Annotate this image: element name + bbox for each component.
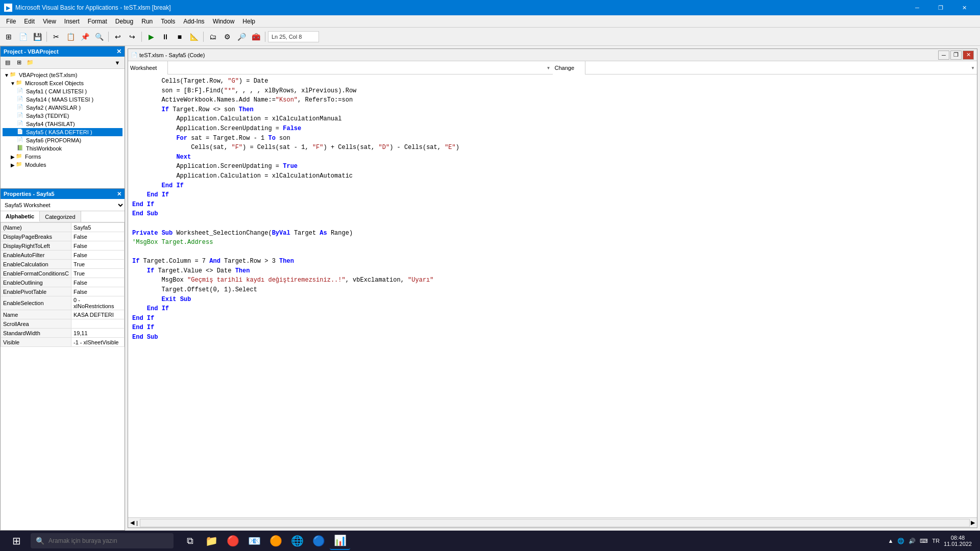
taskbar-outlook[interactable]: 📧 xyxy=(244,532,264,550)
props-row[interactable]: NameKASA DEFTERI xyxy=(1,310,125,319)
prop-value[interactable] xyxy=(71,319,125,329)
close-button[interactable]: ✕ xyxy=(952,0,976,15)
prop-value[interactable]: False xyxy=(71,251,125,260)
menu-format[interactable]: Format xyxy=(84,16,111,27)
minimize-button[interactable]: ─ xyxy=(905,0,929,15)
tree-sayfa2[interactable]: 📄 Sayfa2 ( AVANSLAR ) xyxy=(3,104,122,112)
toolbar-project-explorer[interactable]: 🗂 xyxy=(206,30,219,43)
tree-sayfa3[interactable]: 📄 Sayfa3 (TEDIYE) xyxy=(3,112,122,120)
menu-addins[interactable]: Add-Ins xyxy=(179,16,208,27)
toolbar-cut[interactable]: ✂ xyxy=(50,30,63,43)
props-row[interactable]: EnableCalculationTrue xyxy=(1,260,125,269)
toolbar-insert-module[interactable]: 📄 xyxy=(16,30,30,43)
toolbar-toolbox[interactable]: 🧰 xyxy=(249,30,262,43)
taskbar-search-box[interactable]: 🔍 xyxy=(31,533,174,548)
search-input[interactable] xyxy=(48,537,168,544)
toolbar-design-mode[interactable]: 📐 xyxy=(187,30,201,43)
prop-value[interactable]: True xyxy=(71,269,125,278)
menu-file[interactable]: File xyxy=(2,16,20,27)
taskbar-taskview[interactable]: ⧉ xyxy=(180,532,200,550)
project-panel-close[interactable]: ✕ xyxy=(116,48,121,55)
toolbar-break[interactable]: ⏸ xyxy=(159,30,172,43)
props-row[interactable]: StandardWidth19,11 xyxy=(1,329,125,338)
properties-panel-close[interactable]: ✕ xyxy=(117,191,121,197)
toolbar-undo[interactable]: ↩ xyxy=(111,30,125,43)
props-row[interactable]: DisplayRightToLeftFalse xyxy=(1,241,125,251)
code-close[interactable]: ✕ xyxy=(963,51,974,60)
menu-help[interactable]: Help xyxy=(238,16,259,27)
taskbar-excel[interactable]: 📊 xyxy=(330,532,350,550)
menu-insert[interactable]: Insert xyxy=(60,16,84,27)
project-view-object[interactable]: ⊞ xyxy=(14,58,24,68)
code-minimize[interactable]: ─ xyxy=(938,51,949,60)
props-row[interactable]: Visible-1 - xlSheetVisible xyxy=(1,338,125,347)
toolbar-copy[interactable]: 📋 xyxy=(64,30,77,43)
toolbar-properties[interactable]: ⚙ xyxy=(220,30,234,43)
prop-value[interactable]: Sayfa5 xyxy=(71,223,125,232)
prop-value[interactable]: True xyxy=(71,260,125,269)
tree-sayfa6[interactable]: 📄 Sayfa6 (PROFORMA) xyxy=(3,136,122,144)
props-row[interactable]: ScrollArea xyxy=(1,319,125,329)
prop-value[interactable]: False xyxy=(71,287,125,296)
tree-sayfa1[interactable]: 📄 Sayfa1 ( CAM LISTESI ) xyxy=(3,87,122,95)
project-scroll-down[interactable]: ▼ xyxy=(112,58,122,68)
scroll-right-arrow[interactable]: ▶ xyxy=(971,519,975,526)
props-row[interactable]: (Name)Sayfa5 xyxy=(1,223,125,232)
tab-categorized[interactable]: Categorized xyxy=(40,211,81,222)
worksheet-selector[interactable]: Worksheet xyxy=(128,61,168,74)
tree-modules[interactable]: ▶ 📁 Modules xyxy=(3,161,122,169)
menu-tools[interactable]: Tools xyxy=(157,16,179,27)
taskbar-app3[interactable]: 🟠 xyxy=(265,532,286,550)
taskbar-app4[interactable]: 🔵 xyxy=(308,532,329,550)
props-row[interactable]: EnableFormatConditionsCTrue xyxy=(1,269,125,278)
toolbar-redo[interactable]: ↪ xyxy=(126,30,139,43)
taskbar-app1[interactable]: 🔴 xyxy=(223,532,243,550)
props-row[interactable]: EnableSelection0 - xlNoRestrictions xyxy=(1,296,125,310)
menu-window[interactable]: Window xyxy=(209,16,239,27)
tree-sayfa5[interactable]: 📄 Sayfa5 ( KASA DEFTERI ) xyxy=(3,128,122,136)
time-display[interactable]: 08:48 11.01.2022 xyxy=(944,535,972,547)
toolbar-vbide[interactable]: ⊞ xyxy=(2,30,15,43)
project-view-code[interactable]: ▤ xyxy=(3,58,13,68)
tree-forms[interactable]: ▶ 📁 Forms xyxy=(3,153,122,161)
menu-edit[interactable]: Edit xyxy=(20,16,39,27)
menu-debug[interactable]: Debug xyxy=(111,16,137,27)
code-scrollbar-h[interactable] xyxy=(140,519,970,527)
toolbar-paste[interactable]: 📌 xyxy=(78,30,91,43)
props-row[interactable]: DisplayPageBreaksFalse xyxy=(1,232,125,241)
menu-run[interactable]: Run xyxy=(137,16,157,27)
prop-value[interactable]: False xyxy=(71,241,125,251)
event-selector[interactable]: Change xyxy=(553,61,585,74)
tab-alphabetic[interactable]: Alphabetic xyxy=(1,211,40,222)
taskbar-chrome[interactable]: 🌐 xyxy=(287,532,307,550)
tree-vbaproject[interactable]: ▼ 📁 VBAProject (teST.xlsm) xyxy=(3,71,122,79)
properties-object-selector[interactable]: Sayfa5 Worksheet xyxy=(1,199,125,211)
tree-sayfa4[interactable]: 📄 Sayfa4 (TAHSILAT) xyxy=(3,120,122,128)
menu-view[interactable]: View xyxy=(39,16,60,27)
prop-value[interactable]: False xyxy=(71,278,125,287)
props-row[interactable]: EnablePivotTableFalse xyxy=(1,287,125,296)
prop-value[interactable]: False xyxy=(71,232,125,241)
toolbar-object-browser[interactable]: 🔎 xyxy=(235,30,248,43)
taskbar-explorer[interactable]: 📁 xyxy=(201,532,222,550)
sys-arrow[interactable]: ▲ xyxy=(888,538,893,544)
toolbar-reset[interactable]: ■ xyxy=(173,30,186,43)
toolbar-run[interactable]: ▶ xyxy=(144,30,158,43)
toolbar-save[interactable]: 💾 xyxy=(31,30,44,43)
toolbar-find[interactable]: 🔍 xyxy=(92,30,106,43)
prop-value[interactable]: 19,11 xyxy=(71,329,125,338)
prop-value[interactable]: -1 - xlSheetVisible xyxy=(71,338,125,347)
project-toggle-folders[interactable]: 📁 xyxy=(25,58,35,68)
tree-sayfa14[interactable]: 📄 Sayfa14 ( MAAS LISTESI ) xyxy=(3,95,122,104)
tree-excel-objects[interactable]: ▼ 📁 Microsoft Excel Objects xyxy=(3,79,122,87)
start-button[interactable]: ⊞ xyxy=(4,532,29,550)
restore-button[interactable]: ❐ xyxy=(929,0,952,15)
prop-value[interactable]: 0 - xlNoRestrictions xyxy=(71,296,125,310)
excel-objects-label: Microsoft Excel Objects xyxy=(25,80,84,86)
code-editor-body[interactable]: Cells(Target.Row, "G") = Date son = [B:F… xyxy=(128,74,977,517)
tree-thisworkbook[interactable]: 📗 ThisWorkbook xyxy=(3,144,122,153)
props-row[interactable]: EnableOutliningFalse xyxy=(1,278,125,287)
props-row[interactable]: EnableAutoFilterFalse xyxy=(1,251,125,260)
code-restore[interactable]: ❐ xyxy=(950,51,962,60)
prop-value[interactable]: KASA DEFTERI xyxy=(71,310,125,319)
